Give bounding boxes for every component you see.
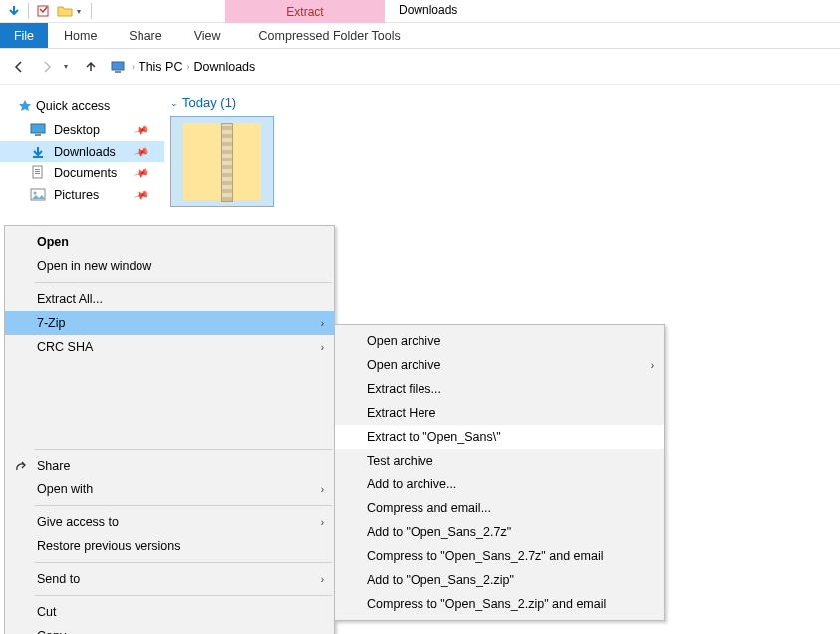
separator bbox=[28, 3, 29, 19]
pictures-icon bbox=[30, 187, 46, 203]
pin-icon: 📌 bbox=[133, 164, 151, 182]
breadcrumb-folder[interactable]: Downloads bbox=[193, 60, 255, 74]
chevron-right-icon: › bbox=[301, 484, 324, 495]
contextual-tab-extract[interactable]: Extract bbox=[225, 0, 385, 23]
file-tab[interactable]: File bbox=[0, 23, 48, 48]
chevron-right-icon: › bbox=[631, 360, 654, 371]
svg-rect-5 bbox=[33, 156, 43, 158]
quick-access-toolbar: ▾ bbox=[0, 1, 98, 21]
sidebar-item-documents[interactable]: Documents 📌 bbox=[0, 162, 164, 184]
group-header-label: Today (1) bbox=[182, 95, 236, 110]
sidebar-item-label: Documents bbox=[54, 166, 117, 180]
ctx-7z-test[interactable]: Test archive bbox=[335, 449, 664, 473]
down-arrow-icon[interactable] bbox=[4, 1, 24, 21]
svg-rect-3 bbox=[31, 124, 45, 133]
pin-icon: 📌 bbox=[133, 143, 151, 160]
separator bbox=[35, 282, 332, 283]
tab-share[interactable]: Share bbox=[113, 23, 177, 48]
breadcrumb[interactable]: › This PC › Downloads bbox=[108, 57, 255, 77]
pc-icon[interactable] bbox=[108, 57, 128, 77]
ctx-share[interactable]: Share bbox=[5, 454, 334, 477]
star-icon bbox=[18, 99, 32, 113]
ctx-7z-compress-7z-email[interactable]: Compress to "Open_Sans_2.7z" and email bbox=[335, 544, 664, 568]
back-button[interactable] bbox=[8, 56, 30, 78]
sidebar-item-desktop[interactable]: Desktop 📌 bbox=[0, 119, 164, 141]
ctx-give-access[interactable]: Give access to › bbox=[5, 510, 334, 534]
ctx-7z-open-archive-sub[interactable]: Open archive › bbox=[335, 353, 664, 377]
tab-home[interactable]: Home bbox=[48, 23, 113, 48]
breadcrumb-root[interactable]: This PC bbox=[139, 60, 182, 74]
ctx-send-to[interactable]: Send to › bbox=[5, 567, 334, 591]
ctx-7zip-label: 7-Zip bbox=[37, 316, 65, 330]
ctx-crc-label: CRC SHA bbox=[37, 340, 93, 354]
history-dropdown-icon[interactable]: ▾ bbox=[64, 62, 74, 71]
ctx-cut[interactable]: Cut bbox=[5, 600, 334, 624]
ctx-7z-extract-files[interactable]: Extract files... bbox=[335, 377, 664, 401]
ctx-7z-compress-email[interactable]: Compress and email... bbox=[335, 496, 664, 520]
sidebar-quick-access[interactable]: Quick access bbox=[0, 95, 164, 119]
ctx-open-new-window[interactable]: Open in new window bbox=[5, 254, 334, 278]
ctx-7z-open-archive[interactable]: Open archive bbox=[335, 329, 664, 353]
ctx-open-with[interactable]: Open with › bbox=[5, 477, 334, 501]
ctx-copy[interactable]: Copy bbox=[5, 624, 334, 634]
ctx-give-access-label: Give access to bbox=[37, 515, 119, 529]
chevron-right-icon[interactable]: › bbox=[132, 62, 135, 72]
ctx-share-label: Share bbox=[37, 459, 70, 473]
tab-view[interactable]: View bbox=[178, 23, 237, 48]
chevron-down-icon: ⌄ bbox=[170, 98, 178, 108]
ribbon-tabs: File Home Share View Compressed Folder T… bbox=[0, 23, 840, 49]
ctx-send-to-label: Send to bbox=[37, 572, 80, 586]
folder-icon[interactable] bbox=[55, 1, 75, 21]
forward-button[interactable] bbox=[36, 56, 58, 78]
chevron-right-icon: › bbox=[301, 517, 324, 528]
ctx-crc-sha[interactable]: CRC SHA › bbox=[5, 335, 334, 359]
share-icon bbox=[13, 458, 29, 474]
ctx-extract-all[interactable]: Extract All... bbox=[5, 287, 334, 311]
context-menu-7zip: Open archive Open archive › Extract file… bbox=[334, 324, 665, 621]
svg-rect-2 bbox=[115, 71, 121, 73]
sidebar-item-label: Downloads bbox=[54, 145, 116, 158]
separator bbox=[91, 3, 92, 19]
sidebar-header-label: Quick access bbox=[36, 99, 110, 113]
separator bbox=[35, 595, 332, 596]
ctx-7z-add-archive[interactable]: Add to archive... bbox=[335, 473, 664, 496]
svg-rect-9 bbox=[35, 173, 40, 174]
ctx-7z-extract-here[interactable]: Extract Here bbox=[335, 401, 664, 425]
ctx-open[interactable]: Open bbox=[5, 230, 334, 254]
context-menu-main: Open Open in new window Extract All... 7… bbox=[4, 225, 335, 634]
ctx-7z-extract-to[interactable]: Extract to "Open_Sans\" bbox=[335, 425, 664, 449]
navigation-bar: ▾ › This PC › Downloads bbox=[0, 49, 840, 85]
sidebar-item-label: Pictures bbox=[54, 188, 99, 202]
pin-icon: 📌 bbox=[133, 186, 151, 204]
chevron-right-icon[interactable]: › bbox=[186, 62, 189, 72]
svg-rect-4 bbox=[35, 134, 41, 136]
chevron-right-icon: › bbox=[301, 574, 324, 585]
sidebar-item-label: Desktop bbox=[54, 123, 100, 137]
svg-rect-8 bbox=[35, 171, 40, 172]
sidebar-item-downloads[interactable]: Downloads 📌 bbox=[0, 141, 164, 162]
sidebar-item-pictures[interactable]: Pictures 📌 bbox=[0, 184, 164, 206]
svg-rect-7 bbox=[35, 169, 40, 170]
svg-point-11 bbox=[34, 192, 37, 195]
chevron-right-icon: › bbox=[301, 342, 324, 353]
tab-compressed-tools[interactable]: Compressed Folder Tools bbox=[243, 23, 417, 48]
ctx-7zip[interactable]: 7-Zip › bbox=[5, 311, 334, 335]
desktop-icon bbox=[30, 122, 46, 138]
file-item-zip[interactable] bbox=[170, 116, 274, 207]
up-button[interactable] bbox=[80, 56, 102, 78]
ctx-7z-open-archive-label: Open archive bbox=[367, 358, 440, 372]
properties-icon[interactable] bbox=[33, 1, 53, 21]
ctx-7z-compress-zip-email[interactable]: Compress to "Open_Sans_2.zip" and email bbox=[335, 592, 664, 616]
group-header-today[interactable]: ⌄ Today (1) bbox=[170, 95, 840, 116]
qat-dropdown-icon[interactable]: ▾ bbox=[77, 7, 87, 16]
chevron-right-icon: › bbox=[301, 318, 324, 329]
ctx-7z-add-7z[interactable]: Add to "Open_Sans_2.7z" bbox=[335, 520, 664, 544]
ctx-restore-versions[interactable]: Restore previous versions bbox=[5, 534, 334, 558]
window-title: Downloads bbox=[399, 3, 457, 17]
downloads-icon bbox=[30, 144, 46, 159]
separator bbox=[35, 505, 332, 506]
separator bbox=[35, 449, 332, 450]
documents-icon bbox=[30, 165, 46, 181]
svg-rect-1 bbox=[112, 62, 124, 70]
ctx-7z-add-zip[interactable]: Add to "Open_Sans_2.zip" bbox=[335, 568, 664, 592]
